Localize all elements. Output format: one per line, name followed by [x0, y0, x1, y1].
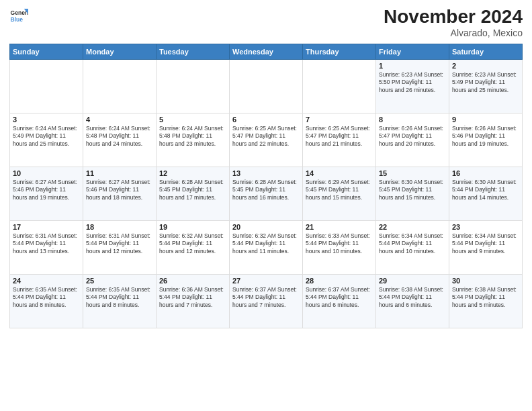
- calendar-cell: 11Sunrise: 6:27 AM Sunset: 5:46 PM Dayli…: [83, 167, 157, 220]
- calendar-table: Sunday Monday Tuesday Wednesday Thursday…: [9, 44, 523, 328]
- day-number: 4: [86, 116, 153, 124]
- calendar-cell: 23Sunrise: 6:34 AM Sunset: 5:44 PM Dayli…: [449, 220, 523, 274]
- day-number: 6: [232, 116, 300, 124]
- day-number: 14: [306, 169, 373, 177]
- day-number: 10: [13, 169, 80, 177]
- location-subtitle: Alvarado, Mexico: [384, 28, 523, 38]
- calendar-week-3: 10Sunrise: 6:27 AM Sunset: 5:46 PM Dayli…: [10, 167, 523, 220]
- day-info: Sunrise: 6:25 AM Sunset: 5:47 PM Dayligh…: [232, 125, 300, 148]
- day-info: Sunrise: 6:27 AM Sunset: 5:46 PM Dayligh…: [86, 179, 153, 201]
- day-info: Sunrise: 6:29 AM Sunset: 5:45 PM Dayligh…: [306, 179, 373, 201]
- calendar-cell: 25Sunrise: 6:35 AM Sunset: 5:44 PM Dayli…: [83, 274, 157, 328]
- day-number: 1: [379, 62, 446, 70]
- day-info: Sunrise: 6:35 AM Sunset: 5:44 PM Dayligh…: [13, 286, 80, 309]
- day-number: 17: [13, 223, 80, 231]
- day-info: Sunrise: 6:33 AM Sunset: 5:44 PM Dayligh…: [306, 232, 373, 255]
- day-number: 26: [159, 277, 226, 285]
- calendar-page: General Blue November 2024 Alvarado, Mex…: [0, 0, 532, 411]
- calendar-cell: 4Sunrise: 6:24 AM Sunset: 5:48 PM Daylig…: [83, 113, 157, 167]
- day-number: 18: [86, 223, 153, 231]
- day-number: 5: [159, 116, 226, 124]
- calendar-cell: 30Sunrise: 6:38 AM Sunset: 5:44 PM Dayli…: [449, 274, 523, 328]
- calendar-cell: [157, 59, 230, 113]
- day-number: 16: [452, 169, 519, 177]
- day-info: Sunrise: 6:28 AM Sunset: 5:45 PM Dayligh…: [159, 179, 226, 201]
- logo-icon: General Blue: [9, 7, 28, 26]
- day-info: Sunrise: 6:23 AM Sunset: 5:49 PM Dayligh…: [452, 71, 519, 94]
- calendar-cell: 26Sunrise: 6:36 AM Sunset: 5:44 PM Dayli…: [157, 274, 230, 328]
- calendar-cell: 29Sunrise: 6:38 AM Sunset: 5:44 PM Dayli…: [376, 274, 449, 328]
- header-row: Sunday Monday Tuesday Wednesday Thursday…: [10, 44, 523, 59]
- calendar-cell: 21Sunrise: 6:33 AM Sunset: 5:44 PM Dayli…: [303, 220, 376, 274]
- calendar-body: 1Sunrise: 6:23 AM Sunset: 5:50 PM Daylig…: [10, 59, 523, 328]
- col-friday: Friday: [376, 44, 449, 59]
- day-info: Sunrise: 6:35 AM Sunset: 5:44 PM Dayligh…: [86, 286, 153, 309]
- calendar-cell: 19Sunrise: 6:32 AM Sunset: 5:44 PM Dayli…: [157, 220, 230, 274]
- col-wednesday: Wednesday: [230, 44, 303, 59]
- calendar-week-1: 1Sunrise: 6:23 AM Sunset: 5:50 PM Daylig…: [10, 59, 523, 113]
- calendar-cell: [83, 59, 157, 113]
- day-number: 11: [86, 169, 153, 177]
- day-info: Sunrise: 6:36 AM Sunset: 5:44 PM Dayligh…: [159, 286, 226, 309]
- calendar-cell: 13Sunrise: 6:28 AM Sunset: 5:45 PM Dayli…: [230, 167, 303, 220]
- calendar-cell: 2Sunrise: 6:23 AM Sunset: 5:49 PM Daylig…: [449, 59, 523, 113]
- calendar-cell: [303, 59, 376, 113]
- day-info: Sunrise: 6:23 AM Sunset: 5:50 PM Dayligh…: [379, 71, 446, 94]
- day-info: Sunrise: 6:31 AM Sunset: 5:44 PM Dayligh…: [86, 232, 153, 255]
- day-info: Sunrise: 6:34 AM Sunset: 5:44 PM Dayligh…: [452, 232, 519, 255]
- day-info: Sunrise: 6:30 AM Sunset: 5:45 PM Dayligh…: [379, 179, 446, 201]
- day-info: Sunrise: 6:25 AM Sunset: 5:47 PM Dayligh…: [306, 125, 373, 148]
- day-number: 19: [159, 223, 226, 231]
- day-number: 12: [159, 169, 226, 177]
- logo: General Blue: [9, 7, 28, 26]
- day-info: Sunrise: 6:38 AM Sunset: 5:44 PM Dayligh…: [452, 286, 519, 309]
- calendar-cell: 8Sunrise: 6:26 AM Sunset: 5:47 PM Daylig…: [376, 113, 449, 167]
- col-sunday: Sunday: [10, 44, 83, 59]
- calendar-cell: 20Sunrise: 6:32 AM Sunset: 5:44 PM Dayli…: [230, 220, 303, 274]
- col-saturday: Saturday: [449, 44, 523, 59]
- day-info: Sunrise: 6:28 AM Sunset: 5:45 PM Dayligh…: [232, 179, 300, 201]
- calendar-cell: 7Sunrise: 6:25 AM Sunset: 5:47 PM Daylig…: [303, 113, 376, 167]
- day-number: 29: [379, 277, 446, 285]
- calendar-cell: 9Sunrise: 6:26 AM Sunset: 5:46 PM Daylig…: [449, 113, 523, 167]
- calendar-cell: 18Sunrise: 6:31 AM Sunset: 5:44 PM Dayli…: [83, 220, 157, 274]
- col-tuesday: Tuesday: [157, 44, 230, 59]
- day-info: Sunrise: 6:30 AM Sunset: 5:44 PM Dayligh…: [452, 179, 519, 201]
- calendar-cell: 15Sunrise: 6:30 AM Sunset: 5:45 PM Dayli…: [376, 167, 449, 220]
- calendar-cell: 14Sunrise: 6:29 AM Sunset: 5:45 PM Dayli…: [303, 167, 376, 220]
- day-number: 28: [306, 277, 373, 285]
- header: General Blue November 2024 Alvarado, Mex…: [9, 7, 523, 38]
- calendar-cell: 22Sunrise: 6:34 AM Sunset: 5:44 PM Dayli…: [376, 220, 449, 274]
- day-info: Sunrise: 6:26 AM Sunset: 5:46 PM Dayligh…: [452, 125, 519, 148]
- calendar-cell: 10Sunrise: 6:27 AM Sunset: 5:46 PM Dayli…: [10, 167, 83, 220]
- day-info: Sunrise: 6:37 AM Sunset: 5:44 PM Dayligh…: [232, 286, 300, 309]
- calendar-cell: 1Sunrise: 6:23 AM Sunset: 5:50 PM Daylig…: [376, 59, 449, 113]
- day-number: 7: [306, 116, 373, 124]
- day-number: 3: [13, 116, 80, 124]
- calendar-cell: 5Sunrise: 6:24 AM Sunset: 5:48 PM Daylig…: [157, 113, 230, 167]
- calendar-cell: 28Sunrise: 6:37 AM Sunset: 5:44 PM Dayli…: [303, 274, 376, 328]
- calendar-header: Sunday Monday Tuesday Wednesday Thursday…: [10, 44, 523, 59]
- day-info: Sunrise: 6:24 AM Sunset: 5:49 PM Dayligh…: [13, 125, 80, 148]
- day-info: Sunrise: 6:31 AM Sunset: 5:44 PM Dayligh…: [13, 232, 80, 255]
- day-info: Sunrise: 6:32 AM Sunset: 5:44 PM Dayligh…: [159, 232, 226, 255]
- calendar-cell: [10, 59, 83, 113]
- calendar-cell: 27Sunrise: 6:37 AM Sunset: 5:44 PM Dayli…: [230, 274, 303, 328]
- day-number: 24: [13, 277, 80, 285]
- day-info: Sunrise: 6:38 AM Sunset: 5:44 PM Dayligh…: [379, 286, 446, 309]
- day-number: 23: [452, 223, 519, 231]
- day-info: Sunrise: 6:24 AM Sunset: 5:48 PM Dayligh…: [159, 125, 226, 148]
- title-block: November 2024 Alvarado, Mexico: [384, 7, 523, 38]
- day-number: 25: [86, 277, 153, 285]
- svg-text:Blue: Blue: [11, 16, 24, 23]
- month-title: November 2024: [384, 7, 523, 28]
- calendar-cell: [230, 59, 303, 113]
- day-number: 9: [452, 116, 519, 124]
- day-number: 15: [379, 169, 446, 177]
- day-number: 22: [379, 223, 446, 231]
- day-info: Sunrise: 6:24 AM Sunset: 5:48 PM Dayligh…: [86, 125, 153, 148]
- calendar-cell: 24Sunrise: 6:35 AM Sunset: 5:44 PM Dayli…: [10, 274, 83, 328]
- day-info: Sunrise: 6:32 AM Sunset: 5:44 PM Dayligh…: [232, 232, 300, 255]
- day-info: Sunrise: 6:37 AM Sunset: 5:44 PM Dayligh…: [306, 286, 373, 309]
- calendar-week-5: 24Sunrise: 6:35 AM Sunset: 5:44 PM Dayli…: [10, 274, 523, 328]
